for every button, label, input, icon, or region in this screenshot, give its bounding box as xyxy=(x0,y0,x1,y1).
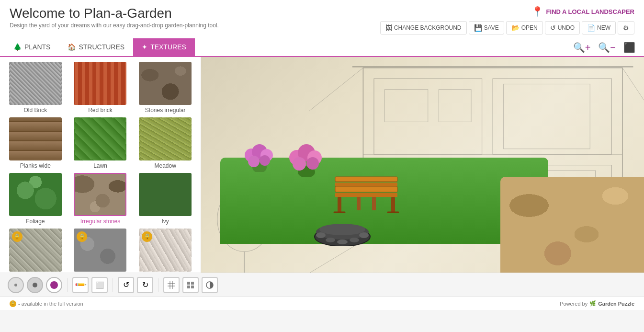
svg-point-48 xyxy=(359,232,369,238)
svg-point-43 xyxy=(319,224,365,235)
texture-sidebar: Old Brick Red brick Stones irregular Pla… xyxy=(0,57,201,273)
undo-label: UNDO xyxy=(558,24,575,31)
texture-label-foliage: Foliage xyxy=(26,218,45,225)
texture-preview-red-brick xyxy=(74,62,126,105)
redo-tool-button[interactable]: ↻ xyxy=(137,277,153,293)
header-left: Welcome to Plan-a-Garden Design the yard… xyxy=(10,6,219,29)
texture-preview-locked-1: 🔒 xyxy=(9,229,62,272)
texture-item-planks[interactable]: Planks wide xyxy=(5,117,66,169)
tab-structures[interactable]: 🏠 STRUCTURES xyxy=(59,38,133,57)
texture-preview-old-brick xyxy=(9,62,62,105)
texture-item-locked-3[interactable]: 🔒 xyxy=(135,229,196,273)
brush-icon: ✏️ xyxy=(74,278,87,292)
texture-item-foliage[interactable]: Foliage xyxy=(5,173,66,225)
texture-preview-lawn xyxy=(74,117,126,160)
texture-item-lawn[interactable]: Lawn xyxy=(70,117,131,169)
texture-item-locked-2[interactable]: 🔒 xyxy=(70,229,131,273)
texture-item-red-brick[interactable]: Red brick xyxy=(70,62,131,114)
svg-line-16 xyxy=(309,68,363,111)
find-landscaper-button[interactable]: 📍 FIND A LOCAL LANDSCAPER xyxy=(531,6,634,17)
dot-medium-icon xyxy=(33,283,37,287)
bottom-toolbar: ✏️ ⬜ ↺ ↻ xyxy=(0,273,644,297)
fullscreen-button[interactable]: ⬛ xyxy=(621,40,637,55)
svg-line-17 xyxy=(622,68,644,101)
svg-rect-36 xyxy=(391,197,395,212)
footer-note-text: - available in the full version xyxy=(18,301,83,307)
app-title: Welcome to Plan-a-Garden xyxy=(10,6,219,21)
texture-grid: Old Brick Red brick Stones irregular Pla… xyxy=(0,57,201,273)
header: Welcome to Plan-a-Garden Design the yard… xyxy=(0,0,644,38)
svg-rect-6 xyxy=(504,84,590,149)
powered-by: Powered by 🌿 Garden Puzzle xyxy=(560,300,634,307)
undo-icon: ↺ xyxy=(550,24,556,32)
brush-button[interactable]: ✏️ xyxy=(72,277,89,293)
dot-small-icon xyxy=(14,284,17,286)
undo-tool-button[interactable]: ↺ xyxy=(118,277,134,293)
texture-item-ivy[interactable]: Ivy xyxy=(135,173,196,225)
svg-rect-54 xyxy=(191,282,194,285)
svg-point-23 xyxy=(248,156,260,167)
change-background-label: CHANGE BACKGROUND xyxy=(394,24,462,31)
powered-by-label: Powered by xyxy=(560,301,588,307)
svg-rect-35 xyxy=(338,197,341,212)
new-button[interactable]: 📄 NEW xyxy=(582,21,616,34)
lock-icon-3: 🔒 xyxy=(142,231,152,242)
footer: 🔒 - available in the full version Powere… xyxy=(0,297,644,310)
dot-small-button[interactable] xyxy=(8,277,24,293)
tab-structures-label: STRUCTURES xyxy=(79,43,124,51)
zoom-in-button[interactable]: 🔍+ xyxy=(571,40,593,55)
texture-preview-irr-stones xyxy=(74,173,126,216)
svg-rect-32 xyxy=(335,193,397,197)
texture-label-irr-stones: Irregular stones xyxy=(80,218,120,225)
texture-preview-stones-irr xyxy=(139,62,192,105)
texture-icon: ✦ xyxy=(142,43,147,51)
brand-name: Garden Puzzle xyxy=(598,301,634,307)
open-button[interactable]: 📂 OPEN xyxy=(506,21,543,34)
texture-item-irr-stones[interactable]: Irregular stones xyxy=(70,173,131,225)
folder-icon: 📂 xyxy=(511,24,520,32)
svg-point-45 xyxy=(326,238,335,242)
dot-medium-button[interactable] xyxy=(27,277,43,293)
svg-point-47 xyxy=(350,238,359,242)
texture-item-locked-1[interactable]: 🔒 xyxy=(5,229,66,273)
undo-button[interactable]: ↺ UNDO xyxy=(545,21,580,34)
dot-large-button[interactable] xyxy=(46,277,62,293)
save-button[interactable]: 💾 SAVE xyxy=(469,21,504,34)
footer-note: 🔒 - available in the full version xyxy=(10,300,83,307)
save-icon: 💾 xyxy=(474,24,482,32)
zoom-out-button[interactable]: 🔍− xyxy=(596,40,618,55)
texture-item-stones-irr[interactable]: Stones irregular xyxy=(135,62,196,114)
garden-canvas[interactable] xyxy=(201,57,644,273)
main-content: Old Brick Red brick Stones irregular Pla… xyxy=(0,57,644,273)
brand-logo: 🌿 xyxy=(589,300,596,307)
undo-tool-icon: ↺ xyxy=(123,280,129,289)
settings-button[interactable]: ⚙ xyxy=(618,21,634,34)
save-label: SAVE xyxy=(484,24,499,31)
svg-rect-34 xyxy=(335,183,397,186)
lock-icon-2: 🔒 xyxy=(77,231,87,242)
texture-label-planks: Planks wide xyxy=(20,162,51,169)
svg-rect-37 xyxy=(357,197,361,210)
house-icon: 🏠 xyxy=(68,43,76,51)
texture-label-red-brick: Red brick xyxy=(88,107,113,114)
tab-plants-label: PLANTS xyxy=(24,43,50,51)
grid-small-button[interactable] xyxy=(163,277,180,293)
contrast-button[interactable] xyxy=(202,277,218,293)
texture-item-meadow[interactable]: Meadow xyxy=(135,117,196,169)
flower-bush-right xyxy=(285,134,328,177)
toolbar-separator-2 xyxy=(113,278,113,292)
texture-preview-foliage xyxy=(9,173,62,216)
grid-large-button[interactable] xyxy=(182,277,199,293)
eraser-button[interactable]: ⬜ xyxy=(91,277,108,293)
texture-item-old-brick[interactable]: Old Brick xyxy=(5,62,66,114)
svg-point-46 xyxy=(337,240,348,244)
tab-plants[interactable]: 🌲 PLANTS xyxy=(5,38,59,57)
texture-label-stones-irr: Stones irregular xyxy=(145,107,186,114)
grid-large-icon xyxy=(187,281,194,289)
change-background-button[interactable]: 🖼 CHANGE BACKGROUND xyxy=(380,21,467,34)
tab-textures[interactable]: ✦ TEXTURES xyxy=(133,38,195,57)
toolbar: 🖼 CHANGE BACKGROUND 💾 SAVE 📂 OPEN ↺ UNDO… xyxy=(380,21,634,34)
find-landscaper-label: FIND A LOCAL LANDSCAPER xyxy=(546,8,634,15)
svg-rect-31 xyxy=(335,186,397,192)
svg-point-44 xyxy=(316,232,326,238)
